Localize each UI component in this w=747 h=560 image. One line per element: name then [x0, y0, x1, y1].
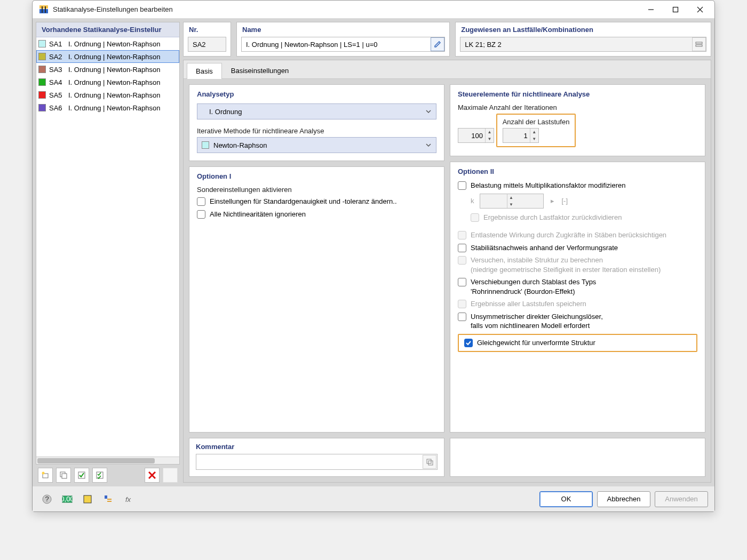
list-item[interactable]: SA4I. Ordnung | Newton-Raphson: [36, 76, 179, 89]
method-label: Iterative Methode für nichtlineare Analy…: [197, 127, 436, 135]
structure-button[interactable]: [100, 491, 116, 507]
comment-input[interactable]: [196, 454, 438, 470]
accuracy-checkbox[interactable]: [197, 197, 205, 206]
saveall-label: Ergebnisse aller Laststufen speichern: [471, 299, 586, 309]
delete-item-button[interactable]: [145, 468, 160, 483]
method-select[interactable]: Newton-Raphson: [197, 137, 436, 153]
list-item[interactable]: SA1I. Ordnung | Newton-Raphson: [36, 37, 179, 50]
optionen1-section: Optionen I Sondereinstellungen aktiviere…: [189, 166, 444, 433]
list-item[interactable]: SA5I. Ordnung | Newton-Raphson: [36, 89, 179, 101]
list-item[interactable]: SA2I. Ordnung | Newton-Raphson: [36, 50, 179, 63]
relief-label: Entlastende Wirkung durch Zugkräfte in S…: [471, 230, 666, 240]
horizontal-scrollbar[interactable]: [36, 457, 179, 464]
svg-rect-18: [427, 459, 431, 463]
main-panel: Basis Basiseinstellungen Analysetyp I. O…: [183, 60, 711, 483]
item-code: SA6: [49, 104, 65, 112]
svg-point-9: [42, 472, 45, 475]
multfactor-checkbox[interactable]: [458, 181, 466, 190]
existing-settings-header: Vorhandene Statikanalyse-Einstellur: [36, 22, 179, 37]
steuerelemente-header: Steuerelemente für nichtlineare Analyse: [458, 90, 697, 98]
cancel-button[interactable]: Abbrechen: [597, 491, 650, 507]
item-code: SA3: [49, 66, 65, 74]
divide-label: Ergebnisse durch Lastfaktor zurückdividi…: [483, 213, 622, 222]
assigned-details-button[interactable]: [692, 37, 706, 51]
analysetyp-section: Analysetyp I. Ordnung Iterative Methode …: [189, 84, 444, 161]
units-button[interactable]: 0,00: [59, 491, 75, 507]
item-code: SA5: [49, 91, 65, 99]
item-label: I. Ordnung | Newton-Raphson: [68, 40, 160, 48]
bourdon-checkbox[interactable]: [458, 278, 466, 286]
settings-list[interactable]: SA1I. Ordnung | Newton-RaphsonSA2I. Ordn…: [36, 37, 179, 457]
item-label: I. Ordnung | Newton-Raphson: [68, 104, 160, 112]
k-spinner: ▲▼: [480, 194, 544, 209]
ignore-nonlinearities-checkbox[interactable]: [197, 210, 205, 219]
svg-rect-19: [428, 461, 433, 465]
spin-down-icon[interactable]: ▼: [530, 135, 538, 142]
maximize-button[interactable]: [663, 2, 688, 18]
app-icon: [38, 4, 50, 15]
svg-rect-1: [39, 5, 48, 9]
copy-item-button[interactable]: [56, 468, 71, 483]
item-code: SA1: [49, 40, 65, 48]
spin-up-icon[interactable]: ▲: [530, 129, 538, 135]
stability-checkbox[interactable]: [458, 244, 466, 252]
checklist-a-button[interactable]: [74, 468, 89, 483]
list-toolbar: [36, 465, 180, 483]
edit-name-button[interactable]: [431, 37, 444, 51]
spin-down-icon: ▼: [507, 201, 515, 208]
equilibrium-checkbox[interactable]: [464, 339, 473, 347]
max-iter-input[interactable]: [458, 129, 485, 142]
analysetyp-header: Analysetyp: [197, 90, 436, 98]
ok-button[interactable]: OK: [539, 491, 593, 507]
list-item[interactable]: SA3I. Ordnung | Newton-Raphson: [36, 63, 179, 76]
tab-basiseinstellungen[interactable]: Basiseinstellungen: [222, 62, 298, 78]
nr-panel: Nr. SA2: [183, 22, 231, 57]
minimize-button[interactable]: [639, 2, 663, 18]
accuracy-label: Einstellungen für Standardgenauigkeit un…: [210, 197, 397, 206]
close-button[interactable]: [688, 2, 712, 18]
svg-rect-16: [696, 42, 702, 44]
color-swatch: [38, 53, 46, 60]
name-panel: Name I. Ordnung | Newton-Raphson | LS=1 …: [236, 22, 450, 57]
loadsteps-spinner[interactable]: ▲▼: [503, 128, 539, 143]
name-field[interactable]: I. Ordnung | Newton-Raphson | LS=1 | u=0: [241, 37, 445, 52]
optionen2-section: Optionen II Belastung mittels Multiplika…: [450, 162, 705, 433]
checklist-b-button[interactable]: [92, 468, 107, 483]
loadsteps-highlight: Anzahl der Laststufen ▲▼: [496, 114, 576, 147]
blank-button[interactable]: [163, 468, 178, 483]
k-unit: [-]: [562, 197, 568, 205]
item-label: I. Ordnung | Newton-Raphson: [68, 78, 160, 86]
color-swatch: [38, 66, 46, 73]
svg-rect-3: [45, 6, 46, 13]
color-swatch: [38, 40, 46, 47]
tab-bar: Basis Basiseinstellungen: [184, 60, 711, 79]
fx-button[interactable]: fx: [120, 491, 136, 507]
loadsteps-input[interactable]: [503, 129, 530, 142]
spin-down-icon[interactable]: ▼: [486, 135, 494, 142]
comment-header: Kommentar: [196, 443, 438, 451]
relief-checkbox: [458, 231, 466, 239]
svg-rect-25: [105, 495, 107, 499]
max-iter-spinner[interactable]: ▲▼: [458, 128, 494, 143]
comment-side-panel: [450, 438, 705, 477]
svg-rect-26: [107, 499, 112, 500]
existing-settings-panel: Vorhandene Statikanalyse-Einstellur SA1I…: [36, 22, 180, 465]
assigned-field[interactable]: LK 21; BZ 2: [460, 37, 706, 52]
unstable-label: Versuchen, instabile Struktur zu berechn…: [471, 255, 661, 274]
k-expand-icon: ▸: [549, 194, 557, 208]
bottom-bar: ? 0,00 fx OK Abbrechen Anwenden: [33, 486, 714, 511]
tab-basis[interactable]: Basis: [187, 63, 222, 79]
svg-rect-2: [42, 6, 43, 13]
nr-field[interactable]: SA2: [188, 37, 226, 52]
help-button[interactable]: ?: [39, 491, 55, 507]
svg-rect-11: [62, 474, 67, 478]
list-item[interactable]: SA6I. Ordnung | Newton-Raphson: [36, 101, 179, 114]
new-item-button[interactable]: [38, 468, 53, 483]
comment-library-button[interactable]: [423, 455, 436, 469]
unsym-checkbox[interactable]: [458, 313, 466, 321]
order-select[interactable]: I. Ordnung: [197, 103, 436, 119]
spin-up-icon: ▲: [507, 194, 515, 201]
spin-up-icon[interactable]: ▲: [486, 129, 494, 135]
color-button[interactable]: [80, 491, 96, 507]
apply-button[interactable]: Anwenden: [655, 491, 708, 507]
